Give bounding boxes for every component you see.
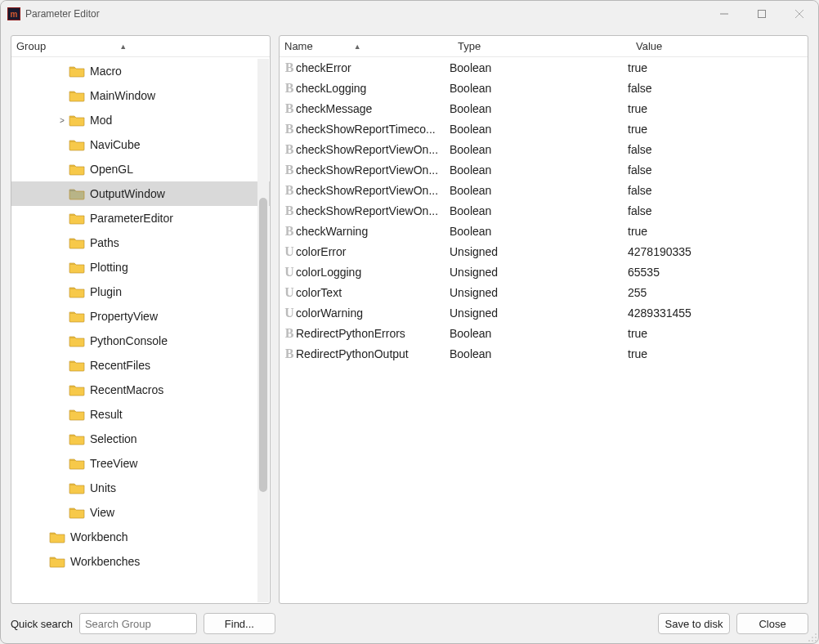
tree-item-label: NaviCube — [90, 138, 140, 151]
folder-icon — [69, 432, 85, 445]
param-value: 4289331455 — [628, 306, 808, 320]
param-row[interactable]: BRedirectPythonErrorsBooleantrue — [280, 323, 808, 343]
search-input[interactable] — [79, 613, 197, 634]
tree-item-opengl[interactable]: OpenGL — [11, 157, 270, 181]
tree-item-result[interactable]: Result — [11, 402, 270, 427]
param-value: 65535 — [628, 266, 808, 279]
tree-item-paths[interactable]: Paths — [11, 230, 270, 255]
tree-item-workbenches[interactable]: Workbenches — [11, 549, 270, 574]
tree-item-plugin[interactable]: Plugin — [11, 280, 270, 304]
type-icon: U — [280, 265, 296, 280]
type-icon: B — [280, 81, 296, 96]
param-row[interactable]: UcolorErrorUnsigned4278190335 — [280, 241, 808, 262]
close-dialog-button[interactable]: Close — [736, 613, 808, 634]
param-value: false — [628, 163, 808, 177]
param-row[interactable]: BRedirectPythonOutputBooleantrue — [280, 343, 808, 364]
sort-indicator-icon: ▲ — [119, 42, 127, 51]
type-icon: U — [280, 285, 296, 300]
tree-item-plotting[interactable]: Plotting — [11, 255, 270, 280]
tree-scrollbar[interactable] — [257, 59, 269, 602]
type-icon: B — [280, 60, 296, 75]
param-type: Unsigned — [450, 245, 628, 258]
param-name: checkWarning — [296, 225, 450, 238]
folder-icon — [69, 236, 85, 249]
param-row[interactable]: UcolorLoggingUnsigned65535 — [280, 262, 808, 282]
svg-point-6 — [815, 637, 817, 638]
folder-icon — [69, 138, 85, 151]
param-row[interactable]: BcheckErrorBooleantrue — [280, 57, 808, 78]
type-icon: B — [280, 224, 296, 239]
param-value: true — [628, 347, 808, 360]
param-row[interactable]: BcheckShowReportViewOn...Booleanfalse — [280, 139, 808, 159]
tree-item-view[interactable]: View — [11, 500, 270, 525]
tree-item-parametereditor[interactable]: ParameterEditor — [11, 206, 270, 230]
minimize-button[interactable] — [705, 1, 743, 27]
param-value: true — [628, 327, 808, 340]
column-header-value[interactable]: Value — [631, 40, 808, 52]
param-name: colorLogging — [296, 266, 450, 279]
tree-item-label: PropertyView — [90, 310, 158, 323]
param-type: Boolean — [450, 61, 628, 74]
find-button[interactable]: Find... — [204, 613, 275, 634]
type-icon: B — [280, 326, 296, 341]
param-type: Boolean — [450, 143, 628, 156]
column-header-type[interactable]: Type — [453, 40, 631, 52]
parameter-list[interactable]: BcheckErrorBooleantrueBcheckLoggingBoole… — [280, 57, 808, 603]
param-row[interactable]: UcolorWarningUnsigned4289331455 — [280, 302, 808, 323]
save-to-disk-button[interactable]: Save to disk — [658, 613, 730, 634]
param-row[interactable]: BcheckShowReportTimeco...Booleantrue — [280, 119, 808, 139]
type-icon: B — [280, 101, 296, 116]
tree-item-mainwindow[interactable]: MainWindow — [11, 83, 270, 108]
group-header[interactable]: Group ▲ — [11, 36, 270, 57]
titlebar: m Parameter Editor — [1, 1, 818, 27]
tree-item-label: Selection — [90, 432, 137, 445]
param-value: true — [628, 61, 808, 74]
tree-item-label: PythonConsole — [90, 334, 168, 347]
tree-item-units[interactable]: Units — [11, 476, 270, 500]
column-header-value-label: Value — [636, 40, 662, 52]
app-icon: m — [7, 7, 20, 20]
param-row[interactable]: BcheckShowReportViewOn...Booleanfalse — [280, 200, 808, 221]
close-button[interactable] — [781, 1, 818, 27]
tree-item-workbench[interactable]: Workbench — [11, 525, 270, 549]
param-type: Boolean — [450, 82, 628, 95]
tree-item-propertyview[interactable]: PropertyView — [11, 304, 270, 329]
tree-item-mod[interactable]: > Mod — [11, 108, 270, 132]
tree-item-recentmacros[interactable]: RecentMacros — [11, 378, 270, 402]
param-row[interactable]: BcheckShowReportViewOn...Booleanfalse — [280, 159, 808, 180]
tree-item-outputwindow[interactable]: OutputWindow — [11, 181, 270, 206]
folder-icon — [69, 285, 85, 298]
type-icon: B — [280, 347, 296, 361]
tree-item-pythonconsole[interactable]: PythonConsole — [11, 329, 270, 353]
column-header-name[interactable]: Name ▲ — [280, 40, 453, 52]
folder-icon — [49, 530, 65, 543]
param-row[interactable]: UcolorTextUnsigned255 — [280, 282, 808, 302]
svg-rect-1 — [759, 11, 766, 18]
param-row[interactable]: BcheckShowReportViewOn...Booleanfalse — [280, 180, 808, 200]
type-icon: B — [280, 183, 296, 198]
content-area: Group ▲ Macro MainWindow> Mod NaviCube O… — [1, 27, 818, 609]
tree-item-treeview[interactable]: TreeView — [11, 451, 270, 476]
tree-item-navicube[interactable]: NaviCube — [11, 132, 270, 157]
folder-icon — [69, 65, 85, 78]
param-name: checkLogging — [296, 82, 450, 95]
group-tree[interactable]: Macro MainWindow> Mod NaviCube OpenGL Ou… — [11, 57, 270, 603]
tree-item-macro[interactable]: Macro — [11, 59, 270, 83]
param-name: checkShowReportViewOn... — [296, 143, 450, 156]
param-row[interactable]: BcheckWarningBooleantrue — [280, 221, 808, 241]
folder-icon — [69, 89, 85, 102]
param-value: 255 — [628, 286, 808, 299]
maximize-button[interactable] — [743, 1, 781, 27]
tree-item-recentfiles[interactable]: RecentFiles — [11, 353, 270, 378]
param-row[interactable]: BcheckMessageBooleantrue — [280, 98, 808, 119]
param-row[interactable]: BcheckLoggingBooleanfalse — [280, 78, 808, 98]
param-type: Boolean — [450, 204, 628, 217]
param-name: checkShowReportViewOn... — [296, 163, 450, 177]
tree-item-label: Units — [90, 481, 116, 494]
sort-indicator-icon: ▲ — [354, 42, 361, 51]
tree-item-selection[interactable]: Selection — [11, 427, 270, 451]
resize-grip-icon[interactable] — [806, 631, 817, 642]
scrollbar-thumb[interactable] — [259, 198, 267, 492]
expander-icon[interactable]: > — [56, 116, 69, 125]
param-value: false — [628, 204, 808, 217]
